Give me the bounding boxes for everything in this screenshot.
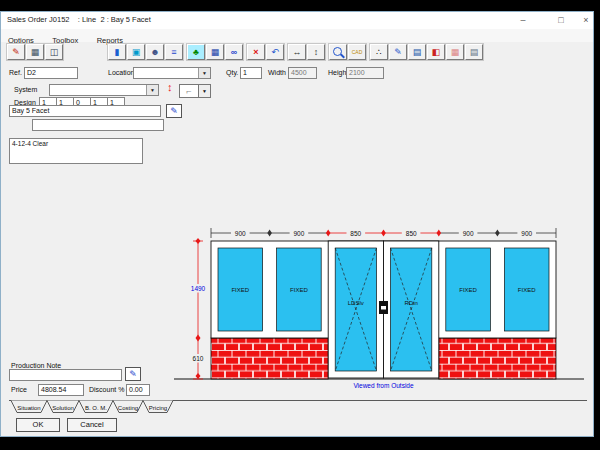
glazing-listbox[interactable]: 4-12-4 Clear: [9, 138, 143, 164]
glazing-item[interactable]: 4-12-4 Clear: [12, 140, 48, 147]
location-label: Location: [108, 69, 134, 76]
pen-icon[interactable]: ✎: [389, 44, 407, 60]
chevron-down-icon[interactable]: ▼: [198, 68, 210, 78]
system-label: System: [14, 86, 37, 93]
dim-1490: 1490: [191, 285, 206, 292]
cad-icon[interactable]: CAD: [348, 44, 366, 60]
tree-icon[interactable]: ♣: [187, 44, 205, 60]
production-note-input[interactable]: [9, 369, 122, 381]
profile-selector[interactable]: ⌐ ▼: [179, 84, 211, 98]
person-icon[interactable]: ☻: [146, 44, 164, 60]
location-select[interactable]: Living Room ▼: [133, 67, 211, 79]
panel-label: FIXED: [290, 287, 308, 293]
edit-production-note-button[interactable]: ✎: [125, 367, 141, 381]
window-grid-icon[interactable]: ▦: [206, 44, 224, 60]
dim-850-1: 850: [350, 230, 361, 237]
save-frame-icon[interactable]: ▤: [408, 44, 426, 60]
grid-icon[interactable]: ▦: [26, 44, 44, 60]
discount-label: Discount %: [89, 386, 124, 393]
sales-order-window: Sales Order J0152 : Line 2 : Bay 5 Facet…: [0, 11, 594, 437]
dim-850-2: 850: [406, 230, 417, 237]
zoom-icon[interactable]: [329, 44, 347, 60]
design-drawing: FIXED FIXED LDSlv RDin FIXED FIXED 900 9…: [169, 213, 589, 398]
vertical-dimension-icon: ↕: [167, 82, 173, 93]
panel-label: FIXED: [518, 287, 536, 293]
width-label: Width: [268, 69, 286, 76]
ok-button[interactable]: OK: [16, 418, 60, 432]
dimension-height-icon[interactable]: ↕: [307, 44, 325, 60]
production-note-label: Production Note: [11, 362, 61, 369]
description2-input[interactable]: [32, 119, 164, 131]
edit-description-button[interactable]: ✎: [166, 104, 182, 118]
qty-label: Qty.: [226, 69, 238, 76]
panel-label: RDin: [405, 300, 418, 306]
exit-door-icon[interactable]: ◫: [45, 44, 63, 60]
panel-label: LDSlv: [348, 300, 364, 306]
save-palette-icon[interactable]: ◧: [427, 44, 445, 60]
tab-costing-label[interactable]: Costing: [118, 405, 138, 411]
toolbar: ✎ ▦ ◫ ▮ ▣ ☻ ≡ ♣ ▦ ∞ × ↶ ↔ ↕ CAD ∴ ✎: [1, 42, 593, 62]
frame-profile-icon: ⌐: [179, 84, 199, 98]
dim-610: 610: [193, 355, 204, 362]
tab-bom-label[interactable]: B. O. M.: [85, 405, 107, 411]
discount-input[interactable]: 0.00: [126, 384, 150, 396]
colors-icon[interactable]: ∴: [370, 44, 388, 60]
price-label: Price: [11, 386, 27, 393]
tab-pricing-label[interactable]: Pricing: [149, 405, 167, 411]
menu-bar: Options Toolbox Reports: [1, 29, 593, 42]
tab-situation-label[interactable]: Situation: [17, 405, 40, 411]
chevron-down-icon[interactable]: ▼: [146, 85, 158, 95]
dim-900-2: 900: [293, 230, 304, 237]
cancel-button[interactable]: Cancel: [67, 418, 117, 432]
description-input[interactable]: Bay 5 Facet: [9, 105, 161, 117]
height-input: 2100: [346, 67, 384, 79]
tab-solution-label[interactable]: Solution: [52, 405, 74, 411]
delete-icon[interactable]: ×: [247, 44, 265, 60]
window-title: Sales Order J0152 : Line 2 : Bay 5 Facet: [7, 15, 151, 24]
panel-label: FIXED: [231, 287, 249, 293]
system-select[interactable]: SY04 Int.Glazed Doors ▼: [49, 84, 159, 96]
maximize-button[interactable]: □: [548, 12, 574, 29]
frame-icon[interactable]: ▣: [127, 44, 145, 60]
ref-input[interactable]: D2: [24, 67, 78, 79]
brick-wall-left: [211, 338, 328, 379]
dim-900-4: 900: [521, 230, 532, 237]
viewed-from-outside-caption: Viewed from Outside: [353, 382, 414, 389]
price-input[interactable]: 4808.54: [38, 384, 84, 396]
note-page-icon[interactable]: ▤: [465, 44, 483, 60]
dimension-width-icon[interactable]: ↔: [288, 44, 306, 60]
edit-note-icon[interactable]: ✎: [7, 44, 25, 60]
minimize-button[interactable]: –: [510, 12, 536, 29]
panel-label: FIXED: [459, 287, 477, 293]
grid-disabled-icon[interactable]: ▦: [446, 44, 464, 60]
ref-label: Ref.: [9, 69, 22, 76]
tab-strip: Situation Solution B. O. M. Costing Pric…: [9, 400, 589, 415]
title-bar: Sales Order J0152 : Line 2 : Bay 5 Facet…: [1, 12, 593, 30]
chevron-down-icon[interactable]: ▼: [199, 84, 211, 98]
door-panel-icon[interactable]: ▮: [108, 44, 126, 60]
width-input: 4500: [288, 67, 317, 79]
undo-icon[interactable]: ↶: [266, 44, 284, 60]
dim-900-1: 900: [235, 230, 246, 237]
brick-wall-right: [439, 338, 556, 379]
close-button[interactable]: ×: [577, 12, 595, 29]
qty-input[interactable]: 1: [240, 67, 262, 79]
bom-list-icon[interactable]: ≡: [165, 44, 183, 60]
find-binoculars-icon[interactable]: ∞: [225, 44, 243, 60]
dim-900-3: 900: [463, 230, 474, 237]
